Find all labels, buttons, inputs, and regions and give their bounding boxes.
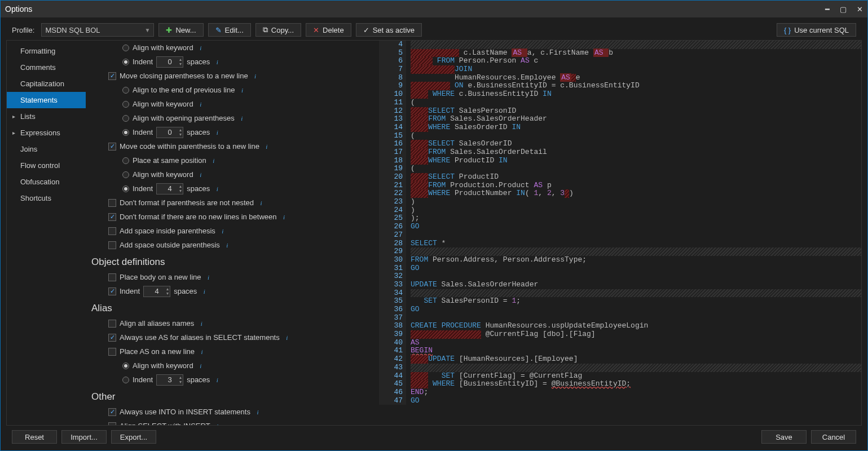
chevron-right-icon: ▸ — [12, 130, 18, 136]
use-current-sql-button[interactable]: { } Use current SQL — [777, 23, 856, 37]
profile-dropdown[interactable]: MSDN SQL BOL ▼ — [41, 23, 154, 37]
indent-label-2: Indent — [133, 128, 153, 136]
indent-label-5: Indent — [133, 375, 153, 384]
space-inside-label: Add space inside parenthesis — [120, 227, 215, 235]
align-prev-label: Align to the end of previous line — [133, 86, 235, 94]
info-icon[interactable]: i — [263, 143, 271, 151]
info-icon[interactable]: i — [213, 376, 221, 384]
sidebar-item-statements[interactable]: Statements — [7, 92, 86, 108]
info-icon[interactable]: i — [254, 408, 262, 416]
sidebar-item-label: Comments — [20, 63, 56, 72]
chk-space-inside[interactable] — [108, 227, 116, 235]
dont-format-newlines-label: Don't format if there are no new lines i… — [120, 213, 277, 221]
radio-place-same[interactable] — [122, 157, 129, 164]
info-icon[interactable]: i — [219, 227, 227, 235]
indent-value-4[interactable]: 4▴▾ — [143, 286, 170, 297]
sidebar-item-formatting[interactable]: Formatting — [7, 43, 86, 59]
chk-dont-format-newlines[interactable] — [108, 213, 116, 221]
delete-button[interactable]: ✕ Delete — [306, 23, 351, 37]
chk-align-select-insert[interactable] — [108, 422, 116, 426]
chk-space-outside[interactable] — [108, 241, 116, 249]
info-icon[interactable]: i — [213, 129, 221, 136]
sidebar-item-label: Lists — [20, 112, 36, 121]
info-icon[interactable]: i — [280, 213, 288, 221]
chk-always-use-as[interactable] — [108, 334, 116, 342]
info-icon[interactable]: i — [213, 185, 221, 193]
delete-icon: ✕ — [313, 26, 319, 34]
info-icon[interactable]: i — [200, 288, 208, 295]
copy-button[interactable]: ⧉ Copy... — [255, 23, 301, 37]
info-icon[interactable]: i — [197, 320, 205, 328]
indent-value-3[interactable]: 4▴▾ — [156, 183, 183, 194]
save-button[interactable]: Save — [761, 430, 807, 444]
indent-value-2[interactable]: 0▴▾ — [156, 127, 183, 138]
chk-move-closing[interactable] — [108, 72, 116, 80]
radio-indent-5[interactable] — [122, 377, 129, 383]
info-icon[interactable]: i — [283, 334, 291, 342]
chk-indent-objdef[interactable] — [108, 288, 116, 295]
info-icon[interactable]: i — [198, 348, 206, 356]
sidebar-item-comments[interactable]: Comments — [7, 59, 86, 76]
spaces-label-2: spaces — [187, 128, 210, 136]
info-icon[interactable]: i — [213, 58, 221, 66]
info-icon[interactable]: i — [197, 100, 205, 108]
indent-value-5[interactable]: 3▴▾ — [156, 374, 183, 386]
cancel-button[interactable]: Cancel — [811, 430, 856, 444]
radio-align-prev[interactable] — [122, 87, 129, 94]
info-icon[interactable]: i — [197, 171, 205, 179]
align-kw-2-label: Align with keyword — [133, 100, 193, 108]
info-icon[interactable]: i — [223, 241, 231, 249]
radio-indent-1[interactable] — [122, 59, 129, 65]
chk-dont-format-nested[interactable] — [108, 199, 116, 207]
radio-align-kw-2[interactable] — [122, 101, 129, 108]
info-icon[interactable]: i — [197, 362, 205, 370]
sidebar-item-obfuscation[interactable]: Obfuscation — [7, 174, 86, 190]
close-icon[interactable]: ✕ — [857, 5, 863, 14]
place-body-newline-label: Place body on a new line — [120, 273, 201, 281]
spaces-label-4: spaces — [174, 287, 197, 295]
info-icon[interactable]: i — [210, 157, 218, 165]
spaces-label-5: spaces — [187, 375, 210, 384]
copy-icon: ⧉ — [263, 25, 268, 34]
minimize-icon[interactable]: ━ — [825, 5, 830, 14]
set-active-button[interactable]: ✓ Set as active — [356, 23, 422, 37]
sidebar-item-flow-control[interactable]: Flow control — [7, 157, 86, 174]
info-icon[interactable]: i — [252, 72, 259, 80]
info-icon[interactable]: i — [257, 199, 265, 207]
chk-place-as-newline[interactable] — [108, 348, 116, 356]
section-alias: Alias — [91, 303, 373, 314]
sidebar-item-shortcuts[interactable]: Shortcuts — [7, 190, 86, 206]
export-button[interactable]: Export... — [111, 430, 156, 444]
radio-indent-2[interactable] — [122, 129, 129, 136]
align-select-insert-label: Align SELECT with INSERT — [120, 422, 210, 425]
always-use-as-label: Always use AS for aliases in SELECT stat… — [120, 333, 280, 342]
edit-label: Edit... — [225, 26, 244, 34]
indent-value-1[interactable]: 0▴▾ — [156, 56, 183, 68]
radio-align-kw-3[interactable] — [122, 171, 129, 178]
chk-place-body-newline[interactable] — [108, 273, 116, 281]
sidebar-item-lists[interactable]: ▸Lists — [7, 108, 86, 125]
chk-always-use-into[interactable] — [108, 408, 116, 416]
radio-align-opening[interactable] — [122, 115, 129, 122]
edit-button[interactable]: ✎ Edit... — [208, 23, 251, 37]
info-icon[interactable]: i — [214, 422, 222, 426]
info-icon[interactable]: i — [238, 114, 246, 122]
maximize-icon[interactable]: ▢ — [840, 5, 847, 14]
code-preview[interactable]: 4567891011121314151617181920212223242526… — [379, 41, 861, 425]
info-icon[interactable]: i — [197, 44, 205, 52]
info-icon[interactable]: i — [205, 273, 213, 281]
new-button[interactable]: ✚ New... — [158, 23, 203, 37]
toolbar: Profile: MSDN SQL BOL ▼ ✚ New... ✎ Edit.… — [1, 17, 867, 40]
sidebar-item-joins[interactable]: Joins — [7, 141, 86, 157]
sidebar-item-expressions[interactable]: ▸Expressions — [7, 125, 86, 141]
radio-indent-3[interactable] — [122, 185, 129, 192]
reset-button[interactable]: Reset — [12, 430, 57, 444]
info-icon[interactable]: i — [238, 86, 246, 94]
import-button[interactable]: Import... — [61, 430, 107, 444]
sidebar-item-capitalization[interactable]: Capitalization — [7, 76, 86, 92]
spaces-label-1: spaces — [187, 58, 210, 66]
radio-align-kw-4[interactable] — [122, 362, 129, 369]
radio-align-kw-1[interactable] — [122, 45, 129, 51]
chk-move-code-within[interactable] — [108, 143, 116, 151]
chk-align-aliases[interactable] — [108, 320, 116, 328]
